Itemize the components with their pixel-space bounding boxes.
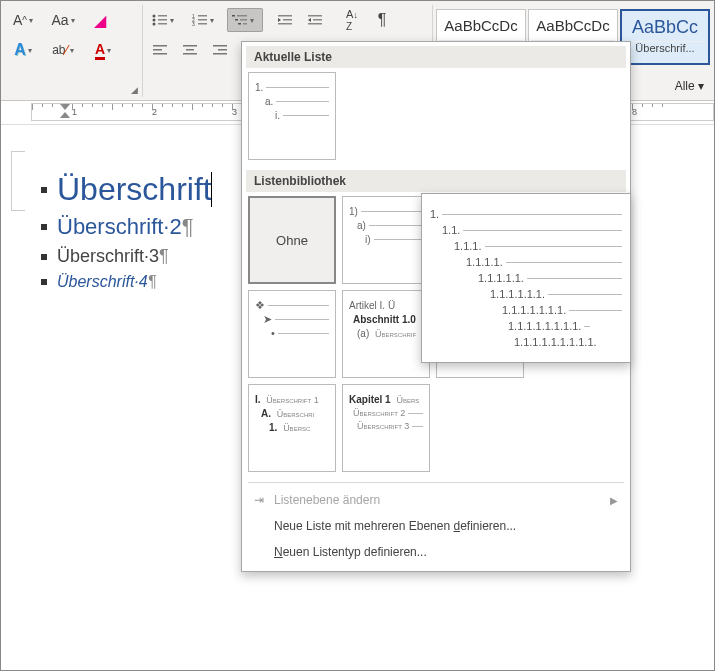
- bullet-icon: [41, 254, 47, 260]
- svg-rect-20: [283, 19, 292, 21]
- align-right-button[interactable]: [207, 38, 233, 62]
- svg-rect-34: [213, 53, 227, 55]
- svg-point-4: [153, 23, 156, 26]
- number-list-button[interactable]: 123▾: [187, 8, 223, 32]
- indent-icon: ⇥: [254, 493, 274, 507]
- clear-formatting-button[interactable]: ◢: [87, 8, 113, 32]
- svg-point-2: [153, 19, 156, 22]
- separator: [248, 482, 624, 483]
- svg-rect-1: [158, 15, 167, 17]
- text-effects-button[interactable]: A▾: [7, 38, 43, 62]
- svg-rect-30: [186, 49, 194, 51]
- list-tile-article[interactable]: Artikel I. Ü Abschnitt 1.0 (a) Überschri…: [342, 290, 430, 378]
- svg-rect-29: [183, 45, 197, 47]
- bullet-icon: [41, 279, 47, 285]
- list-tile-current[interactable]: 1. a. i.: [248, 72, 336, 160]
- cmd-change-level: ⇥ Listenebene ändern ▶: [242, 487, 630, 513]
- dropdown-heading-library: Listenbibliothek: [246, 170, 626, 192]
- sort-button[interactable]: A↓Z: [339, 8, 365, 32]
- svg-rect-24: [313, 19, 322, 21]
- svg-rect-12: [232, 15, 235, 17]
- change-case-button[interactable]: Aa▾: [47, 8, 83, 32]
- svg-rect-16: [238, 23, 241, 25]
- svg-marker-23: [308, 18, 311, 22]
- list-tile-roman-headings[interactable]: I. Überschrift 1 A. Überschri 1. Übersc: [248, 384, 336, 472]
- chevron-right-icon: ▶: [610, 495, 618, 506]
- svg-rect-3: [158, 19, 167, 21]
- svg-rect-33: [218, 49, 227, 51]
- svg-rect-7: [198, 15, 207, 17]
- svg-rect-27: [153, 49, 162, 51]
- svg-rect-32: [213, 45, 227, 47]
- svg-rect-11: [198, 23, 207, 25]
- svg-text:3: 3: [192, 21, 195, 27]
- svg-rect-31: [183, 53, 197, 55]
- font-color-button[interactable]: A▾: [87, 38, 123, 62]
- list-tile-paren[interactable]: 1) a) i): [342, 196, 430, 284]
- dropdown-heading-current: Aktuelle Liste: [246, 46, 626, 68]
- svg-rect-15: [240, 19, 247, 21]
- decrease-indent-button[interactable]: [273, 8, 299, 32]
- svg-rect-21: [278, 23, 292, 25]
- svg-rect-14: [235, 19, 238, 21]
- list-preview-tooltip: 1. 1.1. 1.1.1. 1.1.1.1. 1.1.1.1.1. 1.1.1…: [421, 193, 631, 363]
- bullet-icon: [41, 187, 47, 193]
- svg-rect-17: [243, 23, 247, 25]
- list-tile-none[interactable]: Ohne: [248, 196, 336, 284]
- font-dialog-launcher[interactable]: ◢: [131, 85, 138, 95]
- increase-indent-button[interactable]: [303, 8, 329, 32]
- svg-marker-19: [278, 18, 281, 22]
- svg-rect-13: [237, 15, 247, 17]
- cmd-define-listtype[interactable]: Neuen Listentyp definieren...: [242, 539, 630, 565]
- align-center-button[interactable]: [177, 38, 203, 62]
- bullet-icon: [41, 224, 47, 230]
- svg-point-0: [153, 15, 156, 18]
- list-tile-bullets[interactable]: ❖ ➤ •: [248, 290, 336, 378]
- list-tile-kapitel[interactable]: Kapitel 1 Übers Überschrift 2 Überschrif…: [342, 384, 430, 472]
- multilevel-list-button[interactable]: ▾: [227, 8, 263, 32]
- bullet-list-button[interactable]: ▾: [147, 8, 183, 32]
- font-group: A^▾ Aa▾ ◢ A▾ ab⁄▾ A▾ ◢: [3, 5, 143, 97]
- align-left-button[interactable]: [147, 38, 173, 62]
- svg-rect-22: [308, 15, 322, 17]
- svg-rect-18: [278, 15, 292, 17]
- svg-rect-25: [308, 23, 322, 25]
- svg-rect-9: [198, 19, 207, 21]
- svg-rect-5: [158, 23, 167, 25]
- svg-rect-26: [153, 45, 167, 47]
- show-paragraph-marks-button[interactable]: ¶: [369, 8, 395, 32]
- highlight-button[interactable]: ab⁄▾: [47, 38, 83, 62]
- svg-rect-28: [153, 53, 167, 55]
- styles-filter-button[interactable]: Alle ▾: [675, 79, 704, 93]
- grow-font-button[interactable]: A^▾: [7, 8, 43, 32]
- cmd-define-multilevel[interactable]: Neue Liste mit mehreren Ebenen definiere…: [242, 513, 630, 539]
- style-item-heading1[interactable]: AaBbCc Überschrif...: [620, 9, 710, 65]
